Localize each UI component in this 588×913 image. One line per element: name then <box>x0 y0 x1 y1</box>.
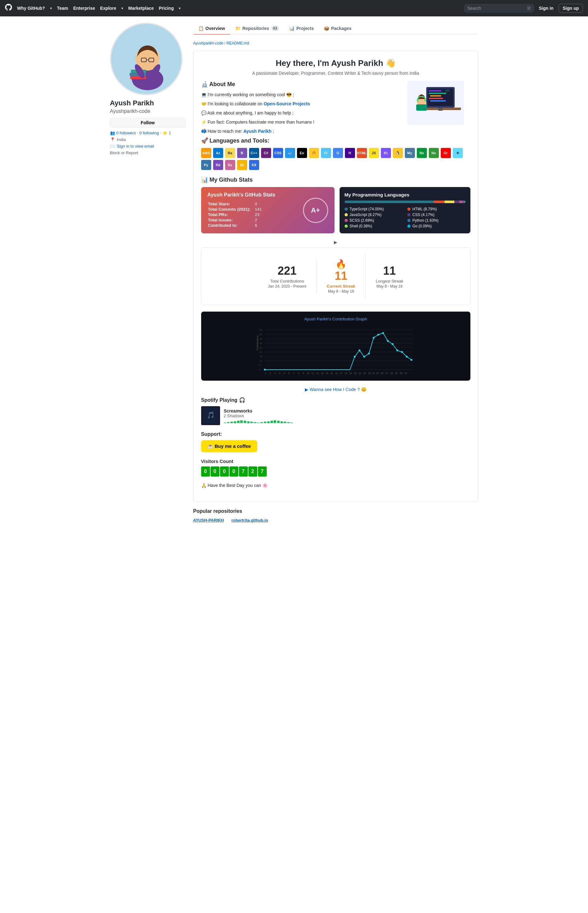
visitors-counter: 0000727 <box>201 467 470 477</box>
lang-name: JavaScript (8.27%) <box>350 213 381 217</box>
svg-text:30: 30 <box>260 342 262 345</box>
nav-marketplace[interactable]: Marketplace <box>128 6 154 11</box>
list-item: TypeScript (74.00%) <box>345 207 402 211</box>
tab-packages[interactable]: 📦 Packages <box>319 23 357 35</box>
follow-button[interactable]: Follow <box>110 118 186 128</box>
svg-text:Days: Days <box>334 375 340 376</box>
counter-digit: 0 <box>220 467 229 477</box>
contact-highlight[interactable]: Ayush Parikh <box>243 129 271 134</box>
repo-links: AYUSH-PARIKHrobertrita.github.io <box>193 518 478 523</box>
list-item: Python (1.63%) <box>407 218 465 223</box>
lang-dot <box>345 219 348 222</box>
svg-text:16: 16 <box>335 372 338 374</box>
nav-team[interactable]: Team <box>57 6 68 11</box>
svg-text:15: 15 <box>330 372 333 374</box>
search-bar[interactable]: Search / <box>464 4 534 12</box>
lang-dot <box>345 225 348 228</box>
counter-digit: 0 <box>201 467 210 477</box>
counter-digit: 2 <box>249 467 257 477</box>
signup-button[interactable]: Sign up <box>559 4 583 13</box>
total-contributions-label: Total Contributions <box>268 279 306 283</box>
svg-point-59 <box>410 359 412 361</box>
spotify-info: Screamworks 2 Shadows ▁ ▂ ▃ ▄ ▅ ▆ ▅ ▄ ▃ … <box>224 409 470 423</box>
readme-right: </> <box>407 81 470 137</box>
language-card: My Programming Languages TypeScript (74.… <box>339 187 470 233</box>
svg-rect-14 <box>429 90 441 92</box>
following-link[interactable]: 0 following <box>139 131 158 135</box>
collab-highlight[interactable]: Open-Source Projects <box>263 101 310 106</box>
tab-projects[interactable]: 📊 Projects <box>284 23 319 35</box>
streak-section: 221 Total Contributions Jan 24, 2020 - P… <box>201 247 470 305</box>
contrib-graph-svg: 45 40 35 30 25 20 15 10 5 0 <box>206 325 465 376</box>
stats-table: Total Stars: 0 Total Commits (2021): 141… <box>207 201 263 228</box>
repo-link[interactable]: AYUSH-PARIKH <box>193 518 224 523</box>
sidebar: Ayush Parikh Ayushparikh-code Follow 👥 0… <box>110 23 186 523</box>
about-item-4: 📫 How to reach me: Ayush Parikh ; <box>201 128 402 135</box>
tool-kotlin: Kt <box>381 148 391 158</box>
svg-text:11: 11 <box>312 372 314 374</box>
nav-explore[interactable]: Explore <box>100 6 116 11</box>
spotify-artist: 2 Shadows <box>224 414 470 418</box>
longest-streak-date: May 8 - May 18 <box>376 284 403 289</box>
nav-pricing[interactable]: Pricing <box>159 6 174 11</box>
current-streak-block: 🔥 11 Current Streak May 8 - May 18 <box>317 254 365 299</box>
tab-repositories[interactable]: 📁 Repositories 43 <box>230 23 284 35</box>
svg-text:28: 28 <box>390 372 393 374</box>
svg-text:17: 17 <box>340 372 342 374</box>
tool-react: ⚛ <box>453 148 463 158</box>
svg-text:35: 35 <box>260 338 262 340</box>
email-link[interactable]: Sign in to view email <box>117 144 155 149</box>
svg-text:🎵: 🎵 <box>207 411 215 419</box>
lang-grid: TypeScript (74.00%)HTML (8.79%)JavaScrip… <box>345 207 465 228</box>
repos-badge: 43 <box>271 26 279 31</box>
svg-rect-25 <box>424 99 426 102</box>
svg-text:13: 13 <box>321 372 323 374</box>
counter-digit: 7 <box>239 467 248 477</box>
repos-icon: 📁 <box>235 26 241 31</box>
svg-text:15: 15 <box>260 355 262 358</box>
svg-rect-18 <box>430 100 446 102</box>
current-streak-label: Current Streak <box>326 284 355 289</box>
visitors-section: Visitors Count 0000727 <box>201 459 470 477</box>
list-item: SCSS (2.69%) <box>345 218 402 223</box>
svg-text:30: 30 <box>400 372 402 374</box>
table-row: Total PRs: 23 <box>208 212 262 217</box>
lang-name: TypeScript (74.00%) <box>350 207 384 211</box>
email-item: ✉️ Sign in to view email <box>110 144 186 149</box>
readme-left: 🔬 About Me 💻 I'm currently working on so… <box>201 81 402 137</box>
block-link[interactable]: Block or Report <box>110 150 186 155</box>
svg-rect-16 <box>430 95 441 97</box>
overview-icon: 📋 <box>198 26 204 31</box>
github-logo[interactable] <box>5 4 12 13</box>
search-label: Search <box>467 6 481 11</box>
tool-html: HTML <box>357 148 367 158</box>
svg-text:14: 14 <box>326 372 328 374</box>
svg-text:19: 19 <box>349 372 352 374</box>
breadcrumb-file[interactable]: README.md <box>226 41 249 45</box>
svg-text:2: 2 <box>270 372 271 374</box>
lang-bar-html <box>434 200 444 203</box>
tool-babel: Ba <box>225 148 235 158</box>
svg-text:40: 40 <box>260 333 262 336</box>
tool-oracle: Or <box>441 148 451 158</box>
followers-icon: 👥 <box>110 131 115 135</box>
nav-why-github[interactable]: Why GitHub? <box>17 6 45 11</box>
about-item-3: ⚡ Fun fact: Computers fascinate me more … <box>201 119 402 126</box>
wanna-see[interactable]: ▶ Wanna see How I Code ? 😊 <box>201 387 470 392</box>
tab-overview[interactable]: 📋 Overview <box>193 23 230 35</box>
readme-subtitle: A passionate Developer, Programmer, Cont… <box>201 71 470 76</box>
breadcrumb-user[interactable]: Ayushparikh-code <box>193 41 223 45</box>
nav-enterprise[interactable]: Enterprise <box>73 6 95 11</box>
repo-link[interactable]: robertrita.github.io <box>231 518 268 523</box>
counter-digit: 7 <box>258 467 267 477</box>
signin-link[interactable]: Sign in <box>539 6 554 11</box>
svg-text:3: 3 <box>274 372 276 374</box>
svg-text:1: 1 <box>265 372 266 374</box>
list-item: JavaScript (8.27%) <box>345 213 402 217</box>
followers-link[interactable]: 0 followers <box>116 131 136 135</box>
lang-bar-scss <box>459 200 462 203</box>
buy-coffee-button[interactable]: ☕ Buy me a coffee <box>201 440 257 452</box>
github-stats-card: Ayush Parikh's GitHub Stats Total Stars:… <box>201 187 334 233</box>
svg-point-49 <box>363 356 365 358</box>
svg-point-46 <box>264 368 266 370</box>
